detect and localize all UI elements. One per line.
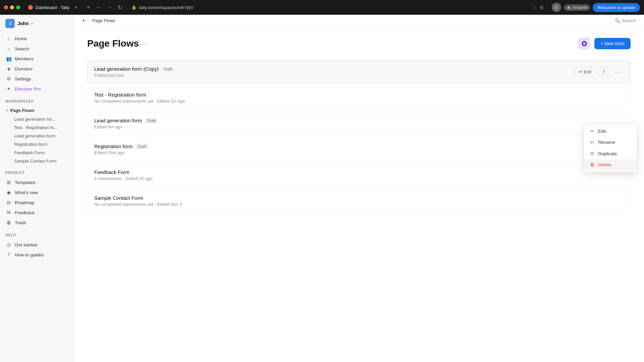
window-minimize[interactable] <box>10 5 14 9</box>
more-options-btn[interactable]: ⋯ <box>612 67 624 77</box>
user-name: John <box>17 21 29 26</box>
app-container: J John ▾ ⌂ Home ⌕ Search 👥 Members ◈ Dom… <box>0 15 644 362</box>
menu-item-duplicate[interactable]: ⧉ Duplicate <box>584 148 637 159</box>
form-list: Lead generation form (Copy) Draft Edited… <box>87 60 631 215</box>
form-actions: ✏ Edit ⤴ ⋯ <box>575 67 624 77</box>
nav-controls: ← → ↻ <box>95 3 123 12</box>
sidebar: J John ▾ ⌂ Home ⌕ Search 👥 Members ◈ Dom… <box>0 15 74 362</box>
workspace-icon-badge <box>578 38 590 50</box>
rename-icon: 🏷 <box>589 140 595 145</box>
form-item-lead-gen-copy[interactable]: Lead generation form (Copy) Draft Edited… <box>87 60 631 83</box>
sidebar-item-roadmap[interactable]: ⊟ Roadmap <box>3 197 71 207</box>
browser-top-bar: Dashboard - Tally ✕ + ← → ↻ 🔒 tally.so/w… <box>0 0 644 15</box>
sub-item-lead-gen-for[interactable]: Lead generation for... <box>11 115 71 123</box>
active-tab[interactable]: Dashboard - Tally ✕ <box>23 3 83 12</box>
form-info: Registration form Draft Edited 26m ago <box>94 143 624 155</box>
breadcrumb: ✦ › Page Flows <box>82 18 115 23</box>
sidebar-item-feedback[interactable]: ✉ Feedback <box>3 207 71 218</box>
sidebar-item-settings[interactable]: ⚙ Settings <box>3 74 71 84</box>
extension-icon[interactable]: ⊞ <box>540 5 544 10</box>
feedback-icon: ✉ <box>6 210 11 215</box>
how-to-guides-icon: ? <box>6 252 11 257</box>
sub-item-lead-gen[interactable]: Lead generation form <box>11 132 71 140</box>
bookmark-icon[interactable]: ☆ <box>533 5 537 10</box>
discover-pro-icon: ✦ <box>6 86 11 92</box>
new-form-btn[interactable]: + New form <box>594 38 631 49</box>
sidebar-label-whats-new: What's new <box>15 190 38 195</box>
window-maximize[interactable] <box>16 5 20 9</box>
form-name: Lead generation form Draft <box>94 118 624 123</box>
sidebar-item-get-started[interactable]: ◷ Get started <box>3 240 71 250</box>
incognito-icon: 🕵 <box>567 5 571 10</box>
user-menu[interactable]: J John ▾ <box>0 15 73 32</box>
sidebar-item-trash[interactable]: 🗑 Trash <box>3 218 71 228</box>
menu-label-edit: Edit <box>598 129 606 134</box>
back-btn[interactable]: ← <box>95 3 103 12</box>
avatar: J <box>5 19 15 28</box>
profile-btn[interactable]: G <box>552 3 561 12</box>
sidebar-item-members[interactable]: 👥 Members <box>3 54 71 64</box>
roadmap-icon: ⊟ <box>6 200 11 205</box>
form-item-feedback[interactable]: Feedback Form 4 submissions · Edited 1h … <box>87 164 631 187</box>
sidebar-item-discover-pro[interactable]: ✦ Discover Pro <box>3 84 71 94</box>
form-badge: Draft <box>135 144 149 149</box>
breadcrumb-current: Page Flows <box>92 18 115 23</box>
url-text: tally.so/workspaces/mKYj6V <box>139 5 530 10</box>
sidebar-label-home: Home <box>15 36 27 41</box>
edit-btn[interactable]: ✏ Edit <box>575 67 596 76</box>
menu-item-edit[interactable]: ✏ Edit <box>584 126 637 137</box>
duplicate-icon: ⧉ <box>589 151 595 156</box>
sub-item-test-reg[interactable]: Test - Registration fo... <box>11 123 71 132</box>
title-actions: + New form <box>578 38 631 50</box>
form-meta: Edited 26m ago <box>94 150 624 155</box>
tab-close-btn[interactable]: ✕ <box>74 5 78 10</box>
breadcrumb-icon: ✦ <box>82 18 86 23</box>
relaunch-btn[interactable]: Relaunch to update <box>593 3 640 12</box>
main-content: ✦ › Page Flows 🔍 Search Page Flows ··· <box>74 15 644 362</box>
sub-item-registration[interactable]: Registration form <box>11 140 71 148</box>
form-info: Sample Contact Form No completed submiss… <box>94 195 624 207</box>
form-info: Feedback Form 4 submissions · Edited 1h … <box>94 169 624 181</box>
menu-item-delete[interactable]: 🗑 Delete <box>584 159 637 170</box>
settings-icon: ⚙ <box>6 76 11 81</box>
sidebar-item-search[interactable]: ⌕ Search <box>3 44 71 54</box>
main-header: ✦ › Page Flows 🔍 Search <box>74 15 644 27</box>
form-item-sample-contact[interactable]: Sample Contact Form No completed submiss… <box>87 189 631 213</box>
sidebar-item-home[interactable]: ⌂ Home <box>3 34 71 44</box>
sidebar-label-trash: Trash <box>15 220 26 225</box>
form-item-test-registration[interactable]: Test - Registration form No completed su… <box>87 86 631 109</box>
sidebar-label-settings: Settings <box>15 76 31 81</box>
workspace-page-flows[interactable]: ▾ Page Flows <box>3 106 71 115</box>
sidebar-item-domains[interactable]: ◈ Domains <box>3 64 71 74</box>
sidebar-item-how-to-guides[interactable]: ? How-to guides <box>3 250 71 260</box>
sidebar-label-roadmap: Roadmap <box>15 200 35 205</box>
new-tab-btn[interactable]: + <box>85 3 92 12</box>
forward-btn[interactable]: → <box>106 3 114 12</box>
form-item-lead-gen[interactable]: Lead generation form Draft Edited 6m ago <box>87 112 631 135</box>
sidebar-item-whats-new[interactable]: ◉ What's new <box>3 187 71 197</box>
form-name: Lead generation form (Copy) Draft <box>94 66 575 72</box>
sidebar-label-members: Members <box>15 56 34 61</box>
workspaces-section-label: Workspaces <box>0 95 73 105</box>
sub-item-feedback-form[interactable]: Feedback Form <box>11 148 71 157</box>
sidebar-label-domains: Domains <box>15 66 33 71</box>
address-bar[interactable]: 🔒 tally.so/workspaces/mKYj6V ☆ ⊞ <box>126 3 549 12</box>
incognito-label: Incognito <box>573 5 588 9</box>
sub-item-sample-contact[interactable]: Sample Contact Form <box>11 157 71 165</box>
page-title: Page Flows <box>87 38 139 49</box>
expand-icon: ▾ <box>6 109 8 112</box>
form-meta: No completed submissions yet · Edited 1m… <box>94 99 624 104</box>
main-nav: ⌂ Home ⌕ Search 👥 Members ◈ Domains ⚙ Se… <box>0 32 73 95</box>
header-right: 🔍 Search <box>615 18 636 23</box>
trash-icon: 🗑 <box>6 220 11 225</box>
title-more-btn[interactable]: ··· <box>143 40 148 47</box>
window-close[interactable] <box>4 5 8 9</box>
reload-btn[interactable]: ↻ <box>116 3 123 12</box>
form-item-registration[interactable]: Registration form Draft Edited 26m ago <box>87 138 631 161</box>
header-search-btn[interactable]: 🔍 Search <box>615 18 636 23</box>
sidebar-item-templates[interactable]: ⊞ Templates <box>3 177 71 187</box>
share-btn[interactable]: ⤴ <box>598 67 609 76</box>
menu-item-rename[interactable]: 🏷 Rename <box>584 137 637 148</box>
home-icon: ⌂ <box>6 36 11 41</box>
sidebar-label-how-to-guides: How-to guides <box>15 252 44 257</box>
